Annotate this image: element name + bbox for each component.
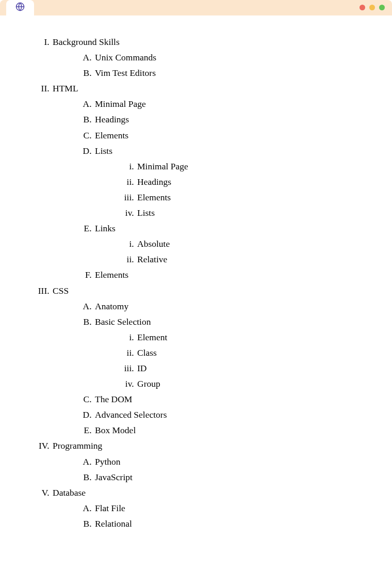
item-label: Element [137,332,167,342]
window-minimize-button[interactable] [369,5,375,10]
list-item: Group [136,376,361,391]
list-item: Elements [94,128,361,143]
list-item: Minimal Page [94,96,361,112]
item-label: Elements [95,270,128,280]
list-item: JavaScript [94,469,361,485]
item-label: Relational [95,518,132,529]
list-item: Elements [136,189,361,205]
list-item: Headings [94,112,361,127]
item-label: Database [53,487,86,498]
list-item: Python [94,454,361,469]
item-label: Minimal Page [137,161,188,171]
list-item: Links Absolute Relative [94,220,361,267]
list-item: Lists Minimal Page Headings Elements Lis… [94,143,361,220]
item-label: Unix Commands [95,52,156,62]
list-item: Background Skills Unix Commands Vim Test… [52,34,361,81]
item-label: Relative [137,254,167,264]
list-item: Advanced Selectors [94,407,361,422]
browser-tab[interactable] [6,0,34,15]
list-item: Class [136,345,361,360]
list-item: Basic Selection Element Class ID Group [94,314,361,391]
outline-level-2: Flat File Relational [53,500,361,531]
window-close-button[interactable] [360,5,365,10]
list-item: ID [136,360,361,376]
item-label: Class [137,347,157,358]
item-label: Anatomy [95,301,128,311]
outline-level-3: Minimal Page Headings Elements Lists [95,159,361,220]
item-label: Minimal Page [95,99,146,109]
item-label: Lists [137,208,155,218]
list-item: Element [136,329,361,345]
browser-chrome [0,0,392,15]
item-label: Elements [137,192,171,202]
item-label: Headings [137,177,171,187]
outline-level-3: Element Class ID Group [95,329,361,391]
item-label: Absolute [137,239,170,249]
window-maximize-button[interactable] [379,5,385,10]
outline-level-2: Python JavaScript [53,454,361,485]
item-label: Group [137,378,160,389]
item-label: Basic Selection [95,317,151,327]
item-label: Links [95,223,116,233]
item-label: HTML [53,83,78,93]
list-item: HTML Minimal Page Headings Elements List… [52,81,361,282]
item-label: CSS [53,286,69,296]
list-item: Headings [136,174,361,189]
document-content: Background Skills Unix Commands Vim Test… [0,15,392,552]
list-item: Minimal Page [136,159,361,174]
list-item: Unix Commands [94,50,361,65]
item-label: Python [95,456,121,467]
outline-level-2: Minimal Page Headings Elements Lists Min… [53,96,361,282]
list-item: The DOM [94,391,361,407]
globe-icon [15,2,25,13]
item-label: JavaScript [95,472,133,482]
list-item: CSS Anatomy Basic Selection Element Clas… [52,283,361,438]
list-item: Elements [94,267,361,282]
window-controls [360,5,385,10]
item-label: Advanced Selectors [95,409,167,420]
item-label: Vim Test Editors [95,68,156,78]
list-item: Anatomy [94,298,361,314]
item-label: Lists [95,146,112,156]
list-item: Lists [136,205,361,220]
item-label: Background Skills [53,37,120,47]
outline-level-2: Unix Commands Vim Test Editors [53,50,361,81]
list-item: Relational [94,516,361,531]
outline-level-1: Background Skills Unix Commands Vim Test… [31,34,361,531]
list-item: Absolute [136,236,361,251]
item-label: Box Model [95,425,136,435]
item-label: Headings [95,114,129,124]
outline-level-2: Anatomy Basic Selection Element Class ID… [53,298,361,438]
outline-level-3: Absolute Relative [95,236,361,267]
item-label: Programming [53,440,102,451]
item-label: The DOM [95,394,132,404]
list-item: Programming Python JavaScript [52,438,361,484]
item-label: ID [137,363,146,373]
list-item: Relative [136,251,361,267]
list-item: Database Flat File Relational [52,485,361,531]
item-label: Flat File [95,503,125,513]
list-item: Flat File [94,500,361,516]
list-item: Vim Test Editors [94,65,361,81]
item-label: Elements [95,130,128,140]
list-item: Box Model [94,422,361,438]
